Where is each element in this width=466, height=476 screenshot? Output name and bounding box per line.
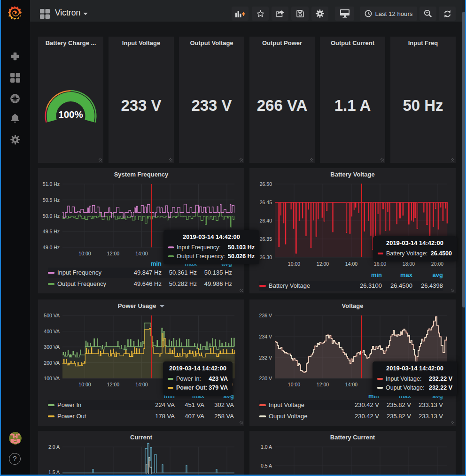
svg-text:236 V: 236 V — [259, 313, 272, 318]
svg-text:14:00: 14:00 — [135, 251, 148, 256]
svg-text:26.30: 26.30 — [260, 254, 272, 260]
svg-text:50.5 Hz: 50.5 Hz — [43, 197, 60, 203]
svg-text:50.0 Hz: 50.0 Hz — [43, 213, 60, 219]
svg-text:12:00: 12:00 — [317, 382, 329, 387]
svg-text:2.0 A: 2.0 A — [48, 444, 60, 450]
svg-text:232 V: 232 V — [259, 355, 272, 361]
svg-text:14:00: 14:00 — [345, 261, 357, 267]
svg-text:100%: 100% — [58, 109, 83, 120]
svg-text:200 VA: 200 VA — [44, 360, 60, 366]
svg-text:10:00: 10:00 — [288, 261, 300, 267]
svg-text:49.0 Hz: 49.0 Hz — [43, 245, 60, 250]
svg-text:230 V: 230 V — [259, 376, 272, 381]
svg-text:10:00: 10:00 — [78, 382, 91, 387]
svg-text:26.50: 26.50 — [260, 181, 272, 187]
svg-text:12:00: 12:00 — [107, 382, 119, 387]
svg-text:0.5 A: 0.5 A — [261, 463, 272, 468]
svg-text:26.40: 26.40 — [260, 218, 272, 223]
svg-text:26.45: 26.45 — [260, 200, 272, 205]
svg-text:10:00: 10:00 — [78, 251, 91, 256]
svg-text:14:00: 14:00 — [345, 382, 357, 387]
svg-text:12:00: 12:00 — [107, 251, 119, 256]
svg-text:1.0 A: 1.0 A — [261, 444, 272, 450]
svg-text:20:00: 20:00 — [431, 261, 443, 267]
svg-text:500 VA: 500 VA — [44, 313, 60, 318]
svg-text:234 V: 234 V — [259, 334, 272, 339]
svg-text:16:00: 16:00 — [374, 261, 386, 267]
svg-text:14:00: 14:00 — [135, 382, 148, 387]
svg-text:10:00: 10:00 — [288, 382, 300, 387]
svg-text:100 VA: 100 VA — [44, 376, 60, 381]
svg-text:400 VA: 400 VA — [44, 329, 60, 334]
svg-text:51.0 Hz: 51.0 Hz — [43, 181, 60, 187]
svg-text:300 VA: 300 VA — [44, 344, 60, 350]
svg-text:18:00: 18:00 — [403, 261, 415, 267]
svg-text:26.35: 26.35 — [260, 236, 272, 242]
svg-text:49.5 Hz: 49.5 Hz — [43, 229, 60, 234]
svg-text:12:00: 12:00 — [317, 261, 329, 267]
